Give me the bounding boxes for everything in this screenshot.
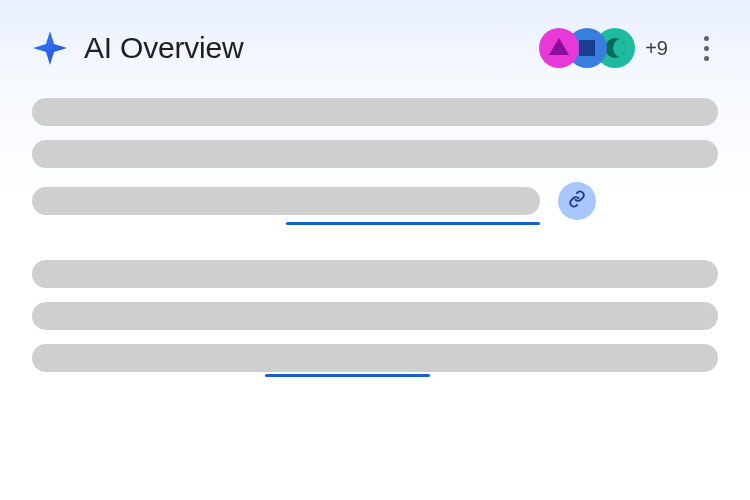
kebab-dot-icon bbox=[704, 36, 709, 41]
paragraph bbox=[32, 98, 718, 220]
avatar[interactable] bbox=[539, 28, 579, 68]
avatar-overflow-count[interactable]: +9 bbox=[645, 37, 668, 60]
text-placeholder bbox=[32, 98, 718, 126]
avatar-stack[interactable]: +9 bbox=[539, 28, 668, 68]
kebab-dot-icon bbox=[704, 56, 709, 61]
text-placeholder bbox=[32, 187, 540, 215]
page-title: AI Overview bbox=[84, 31, 244, 65]
text-placeholder bbox=[32, 140, 718, 168]
kebab-dot-icon bbox=[704, 46, 709, 51]
skeleton-line bbox=[32, 182, 718, 220]
skeleton-line bbox=[32, 260, 718, 288]
text-placeholder bbox=[32, 344, 718, 372]
source-link-button[interactable] bbox=[558, 182, 596, 220]
link-underline bbox=[286, 222, 540, 225]
link-underline bbox=[265, 374, 430, 377]
content-area bbox=[0, 88, 750, 372]
square-icon bbox=[579, 40, 595, 56]
header: AI Overview +9 bbox=[0, 0, 750, 88]
paragraph bbox=[32, 260, 718, 372]
skeleton-line bbox=[32, 98, 718, 126]
skeleton-line bbox=[32, 302, 718, 330]
skeleton-line bbox=[32, 344, 718, 372]
text-placeholder bbox=[32, 260, 718, 288]
more-menu-button[interactable] bbox=[694, 36, 718, 61]
text-placeholder bbox=[32, 302, 718, 330]
link-icon bbox=[568, 190, 586, 212]
moon-icon bbox=[605, 38, 625, 58]
skeleton-line bbox=[32, 140, 718, 168]
triangle-icon bbox=[549, 38, 569, 55]
sparkle-icon bbox=[32, 30, 68, 66]
